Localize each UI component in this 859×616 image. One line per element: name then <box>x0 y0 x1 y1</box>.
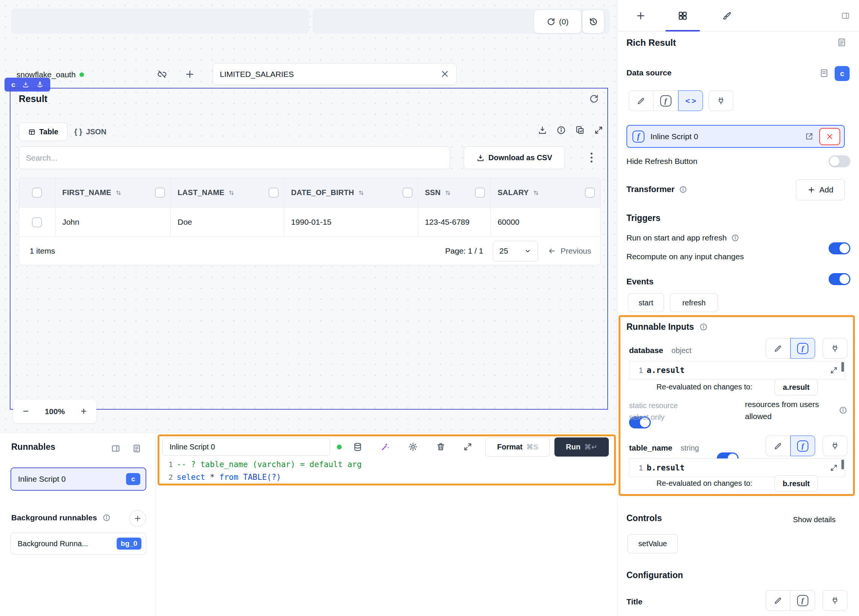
event-start-button[interactable]: start <box>628 293 664 312</box>
download-csv-button[interactable]: Download as CSV <box>464 146 565 169</box>
datasource-fx-button[interactable]: f <box>653 91 678 111</box>
remove-script-button[interactable] <box>819 128 840 145</box>
gear-icon[interactable] <box>408 442 418 452</box>
sort-icon[interactable] <box>532 189 540 197</box>
run-button[interactable]: Run ⌘↵ <box>554 438 609 457</box>
tab-table[interactable]: Table <box>19 123 67 141</box>
anchor-icon[interactable] <box>36 81 44 88</box>
page-size-select[interactable]: 25 <box>493 241 538 261</box>
table-search-field[interactable] <box>19 146 450 169</box>
info-icon[interactable] <box>699 323 708 331</box>
table-select-field[interactable] <box>213 63 456 85</box>
run-on-start-toggle[interactable] <box>829 242 850 254</box>
collapse-inspector-icon[interactable] <box>841 11 850 20</box>
tab-styles-icon[interactable] <box>722 11 732 21</box>
column-checkbox[interactable] <box>475 188 485 198</box>
code-line[interactable]: 2 select * from TABLE(?) <box>159 471 614 483</box>
event-refresh-button[interactable]: refresh <box>670 293 718 312</box>
input2-code-field[interactable]: 1 b.result <box>629 458 845 477</box>
info-icon[interactable] <box>679 185 687 194</box>
datasource-code-button[interactable]: < > <box>678 91 703 111</box>
zoom-control[interactable]: − 100% + <box>13 400 97 423</box>
input2-dependency-chip[interactable]: b.result <box>775 475 818 492</box>
title-static-button[interactable] <box>765 590 790 611</box>
zoom-out-button[interactable]: − <box>23 405 29 417</box>
table-row[interactable]: John Doe 1990-01-15 123-45-6789 60000 <box>19 208 600 237</box>
expand-icon[interactable] <box>830 366 838 374</box>
hide-refresh-toggle[interactable] <box>829 155 850 167</box>
previous-page-button[interactable]: Previous <box>548 247 591 255</box>
expand-editor-icon[interactable] <box>463 442 473 452</box>
datasource-plug-button[interactable] <box>709 91 733 111</box>
format-button[interactable]: Format ⌘S <box>486 438 550 457</box>
recompute-toggle[interactable] <box>829 273 850 285</box>
list-icon[interactable] <box>837 38 847 47</box>
unlink-icon[interactable] <box>157 69 167 80</box>
column-checkbox[interactable] <box>269 188 279 198</box>
sort-icon[interactable] <box>444 189 451 197</box>
tab-json[interactable]: { } JSON <box>74 123 106 141</box>
column-checkbox[interactable] <box>155 188 165 198</box>
input1-static-button[interactable] <box>765 338 790 359</box>
download-icon[interactable] <box>537 125 547 135</box>
clear-icon[interactable] <box>440 69 450 79</box>
datasource-static-button[interactable] <box>629 91 653 111</box>
code-line[interactable]: 1 -- ? table_name (varchar) = default ar… <box>159 458 614 471</box>
tab-components-icon[interactable] <box>678 11 688 21</box>
refresh-count-button[interactable]: (0) <box>534 10 581 33</box>
open-script-icon[interactable] <box>804 132 814 141</box>
info-icon[interactable] <box>102 514 111 522</box>
runnable-item-inline-script[interactable]: Inline Script 0 c <box>11 467 146 491</box>
selected-script-row[interactable]: f Inline Script 0 <box>626 125 845 148</box>
info-icon[interactable] <box>731 234 739 242</box>
component-refresh-icon[interactable] <box>589 94 599 104</box>
background-runnable-item[interactable]: Background Runna... bg_0 <box>11 533 146 555</box>
add-background-runnable-button[interactable] <box>130 510 146 527</box>
trash-icon[interactable] <box>436 442 446 452</box>
input2-fx-button[interactable]: f <box>790 436 815 456</box>
result-component[interactable]: Result Table { } JSON Download as CSV <box>10 88 608 410</box>
script-name-input[interactable] <box>162 438 330 456</box>
list-icon[interactable] <box>132 444 141 453</box>
input1-plug-button[interactable] <box>823 338 847 359</box>
move-down-icon[interactable] <box>22 81 29 88</box>
expand-icon[interactable] <box>594 125 604 135</box>
ai-wand-icon[interactable] <box>380 442 390 452</box>
info-icon[interactable] <box>839 406 847 414</box>
title-plug-button[interactable] <box>823 590 847 611</box>
static-resource-label-line1: static resource <box>629 400 678 411</box>
title-fx-button[interactable]: f <box>790 590 815 611</box>
database-icon[interactable] <box>353 442 362 452</box>
column-checkbox[interactable] <box>585 188 595 198</box>
sort-icon[interactable] <box>228 189 235 197</box>
add-query-icon[interactable] <box>184 69 195 80</box>
select-all-checkbox[interactable] <box>32 188 42 198</box>
search-input[interactable] <box>19 146 450 169</box>
column-checkbox[interactable] <box>403 188 412 198</box>
scrollbar-thumb[interactable] <box>841 460 844 469</box>
add-transformer-button[interactable]: Add <box>796 179 845 200</box>
input2-plug-button[interactable] <box>823 436 847 456</box>
kebab-menu-icon[interactable] <box>587 151 597 166</box>
zoom-in-button[interactable]: + <box>81 405 87 417</box>
canvas[interactable]: (0) snowflake_oauth c Result Table <box>0 0 617 433</box>
set-value-button[interactable]: setValue <box>628 534 678 553</box>
row-checkbox[interactable] <box>32 217 42 227</box>
sort-icon[interactable] <box>115 189 122 197</box>
expand-icon[interactable] <box>830 464 838 472</box>
input1-code-field[interactable]: 1 a.result <box>629 361 845 380</box>
sort-icon[interactable] <box>358 189 365 197</box>
tab-insert-icon[interactable] <box>636 11 646 21</box>
scrollbar-thumb[interactable] <box>841 362 844 372</box>
input1-dependency-chip[interactable]: a.result <box>775 379 818 396</box>
history-button[interactable] <box>583 10 604 33</box>
input1-fx-button[interactable]: f <box>790 338 815 359</box>
copy-check-icon[interactable] <box>575 125 585 135</box>
info-icon[interactable] <box>556 125 566 135</box>
table-select-input[interactable] <box>213 63 456 85</box>
script-name-field[interactable] <box>162 438 330 456</box>
collapse-panel-icon[interactable] <box>111 444 120 453</box>
show-details-link[interactable]: Show details <box>793 516 836 524</box>
doc-icon[interactable] <box>819 68 829 78</box>
input2-static-button[interactable] <box>765 436 790 456</box>
